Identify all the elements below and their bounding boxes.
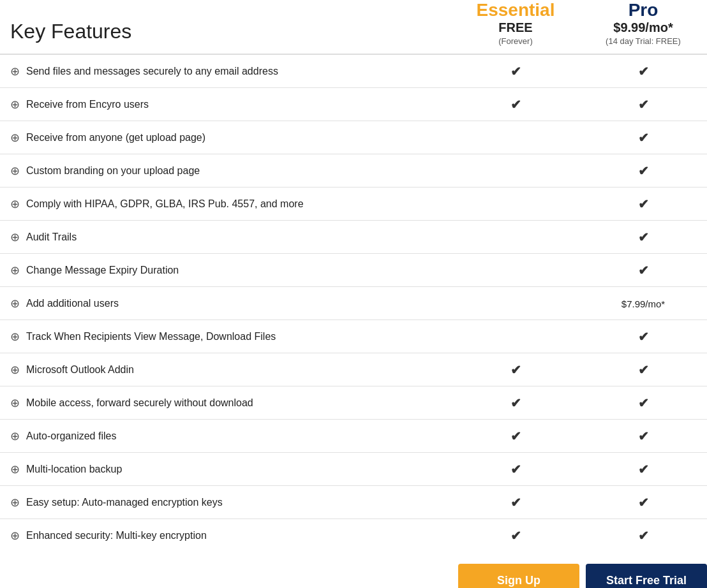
feature-label-col: ⊕Change Message Expiry Duration bbox=[0, 257, 452, 284]
feature-text: Multi-location backup bbox=[26, 464, 122, 475]
feature-row: ⊕Audit Trails✔ bbox=[0, 221, 707, 254]
check-mark: ✔ bbox=[638, 529, 649, 543]
plus-icon[interactable]: ⊕ bbox=[10, 429, 20, 443]
start-trial-button[interactable]: Start Free Trial bbox=[586, 564, 707, 588]
check-mark: ✔ bbox=[638, 330, 649, 344]
pro-col: ✔ bbox=[579, 462, 707, 477]
check-mark: ✔ bbox=[638, 396, 649, 410]
feature-text: Track When Recipients View Message, Down… bbox=[26, 331, 276, 342]
pro-col: ✔ bbox=[579, 196, 707, 212]
check-mark: ✔ bbox=[638, 496, 649, 510]
check-mark: ✔ bbox=[510, 363, 521, 377]
essential-col: ✔ bbox=[452, 395, 579, 411]
pro-col: ✔ bbox=[579, 97, 707, 112]
pro-col: ✔ bbox=[579, 130, 707, 145]
feature-text: Easy setup: Auto-managed encryption keys bbox=[26, 497, 223, 508]
pro-col: ✔ bbox=[579, 429, 707, 444]
feature-label-col: ⊕Multi-location backup bbox=[0, 456, 452, 483]
pro-col: ✔ bbox=[579, 329, 707, 344]
plus-icon[interactable]: ⊕ bbox=[10, 529, 20, 543]
check-mark: ✔ bbox=[510, 529, 521, 543]
essential-col: ✔ bbox=[452, 362, 579, 378]
check-mark: ✔ bbox=[638, 131, 649, 145]
feature-label-col: ⊕Microsoft Outlook Addin bbox=[0, 356, 452, 383]
feature-label-col: ⊕Add additional users bbox=[0, 290, 452, 317]
feature-label-col: ⊕Audit Trails bbox=[0, 224, 452, 251]
plus-icon[interactable]: ⊕ bbox=[10, 330, 20, 344]
check-mark: ✔ bbox=[638, 164, 649, 178]
feature-text: Comply with HIPAA, GDPR, GLBA, IRS Pub. … bbox=[26, 198, 304, 210]
check-mark: ✔ bbox=[638, 98, 649, 112]
pro-col: ✔ bbox=[579, 163, 707, 179]
essential-col: ✔ bbox=[452, 528, 579, 543]
pro-plan-name: Pro bbox=[579, 0, 707, 20]
check-mark: ✔ bbox=[510, 496, 521, 510]
feature-label-col: ⊕Auto-organized files bbox=[0, 423, 452, 450]
essential-plan-sub: (Forever) bbox=[452, 36, 579, 46]
feature-row: ⊕Receive from anyone (get upload page)✔ bbox=[0, 121, 707, 154]
plus-icon[interactable]: ⊕ bbox=[10, 496, 20, 510]
essential-col: ✔ bbox=[452, 429, 579, 444]
feature-row: ⊕Auto-organized files✔✔ bbox=[0, 420, 707, 453]
feature-label-col: ⊕Receive from anyone (get upload page) bbox=[0, 124, 452, 151]
feature-label-col: ⊕Track When Recipients View Message, Dow… bbox=[0, 323, 452, 350]
plus-icon[interactable]: ⊕ bbox=[10, 297, 20, 311]
pro-plan-header: Pro $9.99/mo* (14 day Trial: FREE) bbox=[579, 0, 707, 48]
plus-icon[interactable]: ⊕ bbox=[10, 131, 20, 145]
check-mark: ✔ bbox=[510, 98, 521, 112]
page-title: Key Features bbox=[10, 20, 452, 43]
feature-row: ⊕Add additional users$7.99/mo* bbox=[0, 287, 707, 320]
plus-icon[interactable]: ⊕ bbox=[10, 462, 20, 476]
feature-text: Receive from Encyro users bbox=[26, 99, 149, 110]
check-mark: ✔ bbox=[638, 429, 649, 443]
feature-text: Custom branding on your upload page bbox=[26, 165, 200, 177]
feature-text: Enhanced security: Multi-key encryption bbox=[26, 530, 207, 541]
feature-row: ⊕Easy setup: Auto-managed encryption key… bbox=[0, 486, 707, 519]
feature-text: Receive from anyone (get upload page) bbox=[26, 132, 205, 143]
check-mark: ✔ bbox=[638, 64, 649, 78]
pro-col: ✔ bbox=[579, 395, 707, 411]
pro-col: ✔ bbox=[579, 64, 707, 79]
feature-row: ⊕Comply with HIPAA, GDPR, GLBA, IRS Pub.… bbox=[0, 187, 707, 221]
check-mark: ✔ bbox=[638, 197, 649, 211]
check-mark: ✔ bbox=[638, 462, 649, 476]
feature-row: ⊕Receive from Encyro users✔✔ bbox=[0, 88, 707, 121]
plus-icon[interactable]: ⊕ bbox=[10, 263, 20, 277]
feature-row: ⊕Mobile access, forward securely without… bbox=[0, 386, 707, 420]
plus-icon[interactable]: ⊕ bbox=[10, 164, 20, 178]
essential-col: ✔ bbox=[452, 64, 579, 79]
feature-text: Auto-organized files bbox=[26, 430, 116, 442]
plus-icon[interactable]: ⊕ bbox=[10, 363, 20, 377]
feature-text: Microsoft Outlook Addin bbox=[26, 364, 134, 376]
plus-icon[interactable]: ⊕ bbox=[10, 64, 20, 78]
pro-col: ✔ bbox=[579, 362, 707, 378]
header-row: Key Features Essential FREE (Forever) Pr… bbox=[0, 0, 707, 55]
feature-label-col: ⊕Enhanced security: Multi-key encryption bbox=[0, 522, 452, 549]
essential-col: ✔ bbox=[452, 495, 579, 510]
check-mark: ✔ bbox=[510, 396, 521, 410]
check-mark: ✔ bbox=[510, 429, 521, 443]
plus-icon[interactable]: ⊕ bbox=[10, 230, 20, 244]
feature-row: ⊕Enhanced security: Multi-key encryption… bbox=[0, 519, 707, 552]
feature-label-col: ⊕Send files and messages securely to any… bbox=[0, 58, 452, 85]
essential-plan-price: FREE bbox=[452, 20, 579, 35]
feature-label-col: ⊕Custom branding on your upload page bbox=[0, 158, 452, 184]
plus-icon[interactable]: ⊕ bbox=[10, 98, 20, 112]
signup-button[interactable]: Sign Up bbox=[458, 564, 579, 588]
features-table: ⊕Send files and messages securely to any… bbox=[0, 55, 707, 552]
feature-text: Add additional users bbox=[26, 298, 119, 309]
pro-plan-price: $9.99/mo* bbox=[579, 20, 707, 35]
feature-text: Audit Trails bbox=[26, 232, 77, 243]
check-mark: ✔ bbox=[638, 363, 649, 377]
plus-icon[interactable]: ⊕ bbox=[10, 396, 20, 410]
feature-row: ⊕Change Message Expiry Duration✔ bbox=[0, 254, 707, 287]
feature-row: ⊕Track When Recipients View Message, Dow… bbox=[0, 320, 707, 353]
plus-icon[interactable]: ⊕ bbox=[10, 197, 20, 211]
pro-col: ✔ bbox=[579, 495, 707, 510]
essential-plan-header: Essential FREE (Forever) bbox=[452, 0, 579, 48]
pro-col: ✔ bbox=[579, 528, 707, 543]
feature-text: Send files and messages securely to any … bbox=[26, 66, 278, 77]
pro-plan-sub: (14 day Trial: FREE) bbox=[579, 36, 707, 46]
essential-col: ✔ bbox=[452, 97, 579, 112]
pro-price-value: $7.99/mo* bbox=[621, 298, 665, 309]
